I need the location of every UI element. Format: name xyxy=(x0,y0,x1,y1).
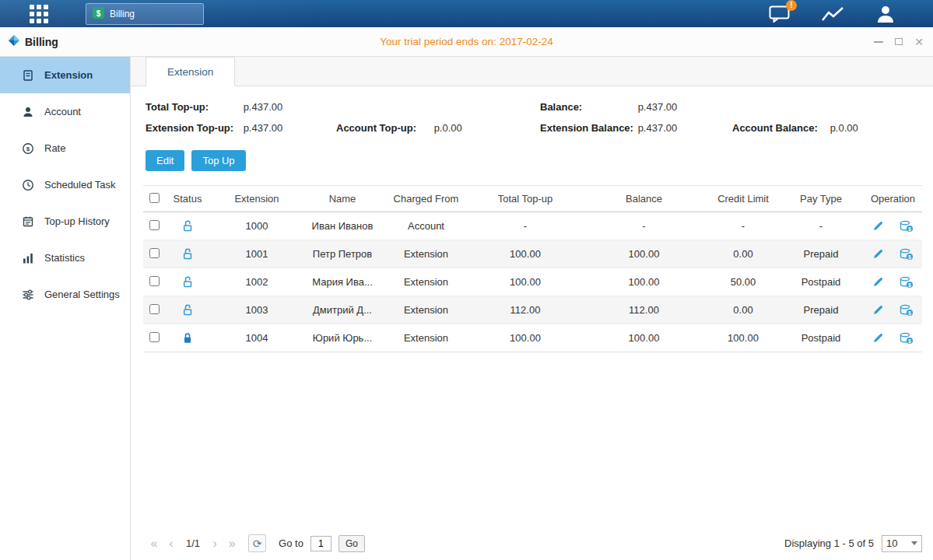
cell-total-topup: 100.00 xyxy=(471,268,580,296)
cell-charged-from: Extension xyxy=(381,324,471,352)
cell-total-topup: 112.00 xyxy=(471,296,580,324)
pagination-bar: « ‹ 1/1 › » ⟳ Go to Go Displaying 1 - 5 … xyxy=(146,534,922,552)
col-charged-from: Charged From xyxy=(381,186,471,212)
taskbar-billing-button[interactable]: $ Billing xyxy=(86,3,204,25)
topup-row-icon[interactable]: $ xyxy=(900,248,914,261)
cell-extension: 1002 xyxy=(210,268,303,296)
cell-name: Мария Ива... xyxy=(303,268,381,296)
col-total-topup: Total Top-up xyxy=(471,186,580,212)
minimize-button[interactable] xyxy=(874,37,883,47)
action-buttons: Edit Top Up xyxy=(146,150,933,171)
cell-credit-limit: 0.00 xyxy=(708,296,778,324)
maximize-button[interactable] xyxy=(895,37,903,47)
table-header-row: Status Extension Name Charged From Total… xyxy=(143,186,922,212)
close-button[interactable]: ✕ xyxy=(914,37,924,47)
messages-icon[interactable]: ! xyxy=(769,5,790,23)
cell-balance: 112.00 xyxy=(580,296,708,324)
screen: $ Billing ! xyxy=(0,0,933,560)
status-lock-icon[interactable] xyxy=(182,219,193,231)
sidebar-item-extension[interactable]: Extension xyxy=(0,57,130,93)
cell-total-topup: - xyxy=(471,212,580,240)
first-page-icon[interactable]: « xyxy=(146,537,163,551)
cell-pay-type: Postpaid xyxy=(778,324,864,352)
page-size-select[interactable]: 10 xyxy=(882,535,922,552)
app-grid-button[interactable] xyxy=(30,5,48,23)
svg-text:$: $ xyxy=(908,226,911,232)
topup-row-icon[interactable]: $ xyxy=(900,220,914,233)
status-lock-icon[interactable] xyxy=(182,331,193,343)
cell-total-topup: 100.00 xyxy=(471,324,580,352)
sidebar-item-label: Rate xyxy=(44,142,65,154)
table-row: 1002 Мария Ива... Extension 100.00 100.0… xyxy=(143,268,922,296)
bar-chart-icon xyxy=(22,252,34,264)
edit-row-icon[interactable] xyxy=(872,276,884,288)
edit-row-icon[interactable] xyxy=(872,332,884,344)
row-checkbox[interactable] xyxy=(149,248,160,258)
billing-summary: Total Top-up: p.437.00 Balance: p.437.00… xyxy=(146,101,933,134)
cell-credit-limit: 100.00 xyxy=(708,324,778,352)
goto-page-input[interactable] xyxy=(310,536,331,551)
cell-balance: 100.00 xyxy=(580,324,708,352)
goto-label: Go to xyxy=(279,537,303,549)
status-lock-icon[interactable] xyxy=(182,247,193,259)
summary-account-topup: Account Top-up: p.0.00 xyxy=(336,122,540,134)
sidebar-item-label: Scheduled Task xyxy=(44,179,116,191)
status-lock-icon[interactable] xyxy=(182,275,193,287)
sidebar-item-account[interactable]: Account xyxy=(0,93,130,130)
cell-credit-limit: - xyxy=(708,212,778,240)
cell-pay-type: Postpaid xyxy=(778,268,864,296)
cell-credit-limit: 0.00 xyxy=(708,240,778,268)
sidebar-item-scheduled-task[interactable]: Scheduled Task xyxy=(0,166,130,203)
svg-text:$: $ xyxy=(908,338,911,344)
col-operation: Operation xyxy=(864,186,922,212)
prev-page-icon[interactable]: ‹ xyxy=(163,537,180,551)
go-button[interactable]: Go xyxy=(338,535,365,552)
tab-bar: Extension xyxy=(131,57,933,86)
topup-row-icon[interactable]: $ xyxy=(900,276,914,289)
top-up-button[interactable]: Top Up xyxy=(191,150,245,171)
last-page-icon[interactable]: » xyxy=(223,537,240,551)
cell-name: Юрий Юрь... xyxy=(303,324,381,352)
row-checkbox[interactable] xyxy=(149,220,160,230)
svg-text:$: $ xyxy=(96,9,101,17)
cell-name: Дмитрий Д... xyxy=(303,296,381,324)
summary-account-balance: Account Balance: p.0.00 xyxy=(732,122,933,134)
cell-pay-type: - xyxy=(778,212,864,240)
topup-row-icon[interactable]: $ xyxy=(900,304,914,317)
sidebar-item-label: Account xyxy=(44,106,81,117)
sidebar-item-topup-history[interactable]: Top-up History xyxy=(0,203,130,240)
cell-extension: 1000 xyxy=(210,212,303,240)
topup-row-icon[interactable]: $ xyxy=(900,332,914,345)
col-balance: Balance xyxy=(580,186,708,212)
cell-extension: 1001 xyxy=(210,240,303,268)
sidebar-item-label: Top-up History xyxy=(44,215,110,227)
cell-charged-from: Extension xyxy=(381,268,471,296)
edit-row-icon[interactable] xyxy=(872,220,884,232)
cell-balance: - xyxy=(580,212,708,240)
calendar-icon xyxy=(22,215,34,228)
cell-balance: 100.00 xyxy=(580,240,708,268)
row-checkbox[interactable] xyxy=(149,276,160,286)
status-lock-icon[interactable] xyxy=(182,303,193,315)
edit-row-icon[interactable] xyxy=(872,304,884,316)
select-all-checkbox[interactable] xyxy=(149,193,160,203)
user-account-icon[interactable] xyxy=(875,5,896,23)
reports-chart-icon[interactable] xyxy=(821,5,844,23)
edit-row-icon[interactable] xyxy=(872,248,884,260)
sidebar-item-general-settings[interactable]: General Settings xyxy=(0,276,130,313)
row-checkbox[interactable] xyxy=(149,332,160,342)
sidebar-item-statistics[interactable]: Statistics xyxy=(0,240,130,276)
notification-badge: ! xyxy=(786,0,797,11)
summary-total-topup: Total Top-up: p.437.00 xyxy=(146,101,336,113)
sidebar-item-rate[interactable]: $ Rate xyxy=(0,130,130,166)
svg-text:$: $ xyxy=(26,145,30,152)
refresh-icon[interactable]: ⟳ xyxy=(248,534,266,552)
tab-extension[interactable]: Extension xyxy=(146,57,235,86)
cell-charged-from: Account xyxy=(381,212,471,240)
sidebar-item-label: Extension xyxy=(44,69,93,81)
row-checkbox[interactable] xyxy=(149,304,160,314)
edit-button[interactable]: Edit xyxy=(146,150,184,171)
taskbar-right-icons: ! xyxy=(769,5,896,23)
col-credit-limit: Credit Limit xyxy=(708,186,778,212)
next-page-icon[interactable]: › xyxy=(206,537,223,551)
